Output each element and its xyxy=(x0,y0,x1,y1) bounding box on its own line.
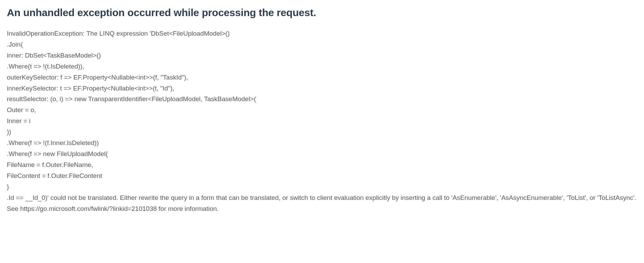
error-page-title: An unhandled exception occurred while pr… xyxy=(7,7,637,19)
error-exception-message: InvalidOperationException: The LINQ expr… xyxy=(7,28,637,214)
